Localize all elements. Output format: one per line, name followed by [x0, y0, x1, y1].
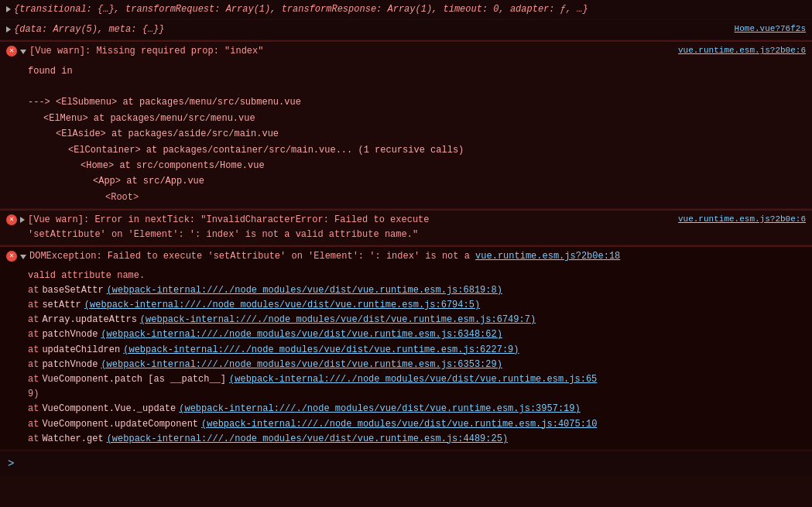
stack-line-3: at patchVnode (webpack-internal:///./nod… [28, 327, 806, 342]
stack-at-3: at [28, 327, 39, 342]
stack-at-4: at [28, 343, 39, 358]
log-entry-transitional: {transitional: {…}, transformRequest: Ar… [0, 0, 812, 20]
stack-line-7: at VueComponent.Vue._update (webpack-int… [28, 402, 806, 416]
stack-continuation: 9) [28, 387, 39, 402]
dom-source-link[interactable]: vue.runtime.esm.js?2b0e:18 [475, 251, 620, 262]
data-object-text: {data: Array(5), meta: {…}} [14, 24, 164, 35]
stack-at-5: at [28, 358, 39, 372]
stack-method-1: setAttr [42, 298, 81, 313]
stack-line-8: at VueComponent.updateComponent (webpack… [28, 417, 806, 432]
stack-line-1: at setAttr (webpack-internal:///./node_m… [28, 298, 806, 313]
stack-line-4: at updateChildren (webpack-internal:///.… [28, 343, 806, 358]
expand-icon-transitional[interactable] [6, 6, 11, 12]
source-link-warn1[interactable]: vue.runtime.esm.js?2b0e:6 [678, 44, 806, 58]
stack-at-9: at [28, 432, 39, 447]
component-home: <Home> at src/components/Home.vue [28, 158, 806, 173]
source-link-data[interactable]: Home.vue?76f2s [735, 22, 806, 36]
warn1-detail: found in ---> <ElSubmenu> at packages/me… [0, 62, 812, 209]
expand-icon-dom[interactable] [20, 255, 26, 259]
expand-icon-data[interactable] [6, 26, 11, 33]
warn2-line2: 'setAttribute' on 'Element': ': index' i… [28, 229, 418, 240]
warn-header-nexttick: ✕ [Vue warn]: Error in nextTick: "Invali… [0, 211, 812, 245]
found-in-blank [28, 79, 806, 94]
stack-at-8: at [28, 417, 39, 432]
component-root: <Root> [28, 190, 806, 205]
stack-method-9: Watcher.get [42, 432, 103, 447]
stack-method-2: Array.updateAttrs [42, 313, 136, 327]
stack-method-8: VueComponent.updateComponent [42, 417, 198, 432]
error-header-domexception: ✕ DOMException: Failed to execute 'setAt… [0, 247, 812, 266]
stack-at-0: at [28, 283, 39, 298]
stack-method-4: updateChildren [42, 343, 120, 358]
stack-file-6[interactable]: (webpack-internal:///./node_modules/vue/… [229, 372, 597, 387]
stack-at-7: at [28, 402, 39, 416]
stack-file-4[interactable]: (webpack-internal:///./node_modules/vue/… [123, 343, 519, 358]
error-icon-warn1: ✕ [6, 46, 17, 57]
found-in-label: found in [28, 63, 806, 79]
stack-line-continuation: 9) [28, 387, 806, 402]
stack-file-2[interactable]: (webpack-internal:///./node_modules/vue/… [140, 313, 536, 327]
component-menu: <ElMenu> at packages/menu/src/menu.vue [28, 111, 806, 126]
stack-method-6: VueComponent.patch [as __patch__] [42, 372, 226, 387]
component-app: <App> at src/App.vue [28, 173, 806, 189]
stack-method-3: patchVnode [42, 327, 98, 342]
warn-entry-nexttick: ✕ [Vue warn]: Error in nextTick: "Invali… [0, 209, 812, 245]
stack-trace-container: valid attribute name. at baseSetAttr (we… [0, 267, 812, 450]
component-aside: <ElAside> at packages/aside/src/main.vue [28, 126, 806, 142]
stack-method-7: VueComponent.Vue._update [42, 402, 176, 416]
expand-icon-warn2[interactable] [20, 217, 25, 223]
error-entry-domexception: ✕ DOMException: Failed to execute 'setAt… [0, 245, 812, 450]
stack-file-3[interactable]: (webpack-internal:///./node_modules/vue/… [101, 327, 502, 342]
stack-file-0[interactable]: (webpack-internal:///./node_modules/vue/… [107, 283, 502, 298]
console-container[interactable]: {transitional: {…}, transformRequest: Ar… [0, 0, 812, 507]
dom-text-part1: DOMException: Failed to execute 'setAttr… [29, 251, 475, 262]
stack-line-5: at patchVnode (webpack-internal:///./nod… [28, 358, 806, 372]
entry-text-transitional: {transitional: {…}, transformRequest: Ar… [14, 2, 806, 17]
stack-file-1[interactable]: (webpack-internal:///./node_modules/vue/… [84, 298, 480, 313]
stack-file-9[interactable]: (webpack-internal:///./node_modules/vue/… [107, 432, 508, 447]
expand-icon-warn1[interactable] [20, 50, 26, 54]
stack-file-7[interactable]: (webpack-internal:///./node_modules/vue/… [179, 402, 580, 416]
stack-line-2: at Array.updateAttrs (webpack-internal:/… [28, 313, 806, 327]
stack-line-0: at baseSetAttr (webpack-internal:///./no… [28, 283, 806, 298]
stack-line-6: at VueComponent.patch [as __patch__] (we… [28, 372, 806, 387]
error-icon-dom: ✕ [6, 251, 17, 262]
console-prompt[interactable]: > [0, 450, 812, 476]
warn2-text: [Vue warn]: Error in nextTick: "InvalidC… [28, 213, 672, 242]
source-link-warn2[interactable]: vue.runtime.esm.js?2b0e:6 [678, 213, 806, 227]
stack-at-6: at [28, 372, 39, 387]
warn1-text: [Vue warn]: Missing required prop: "inde… [29, 44, 672, 59]
dom-error-text: DOMException: Failed to execute 'setAttr… [29, 249, 806, 264]
stack-at-2: at [28, 313, 39, 327]
stack-method-5: patchVnode [42, 358, 98, 372]
log-entry-data: {data: Array(5), meta: {…}} Home.vue?76f… [0, 20, 812, 40]
component-container: <ElContainer> at packages/container/src/… [28, 142, 806, 158]
stack-file-5[interactable]: (webpack-internal:///./node_modules/vue/… [101, 358, 502, 372]
entry-text-data: {data: Array(5), meta: {…}} [14, 22, 164, 37]
stack-at-1: at [28, 298, 39, 313]
object-text: {transitional: {…}, transformRequest: Ar… [14, 4, 588, 15]
stack-method-0: baseSetAttr [42, 283, 103, 298]
component-submenu: ---> <ElSubmenu> at packages/menu/src/su… [28, 94, 806, 110]
warn-header-missing-prop: ✕ [Vue warn]: Missing required prop: "in… [0, 42, 812, 61]
error-valid-attr: valid attribute name. [28, 269, 806, 283]
stack-line-9: at Watcher.get (webpack-internal:///./no… [28, 432, 806, 447]
warn-entry-missing-prop: ✕ [Vue warn]: Missing required prop: "in… [0, 40, 812, 209]
prompt-char: > [8, 457, 14, 470]
error-icon-warn2: ✕ [6, 214, 17, 225]
warn2-line1: [Vue warn]: Error in nextTick: "InvalidC… [28, 214, 429, 225]
stack-file-8[interactable]: (webpack-internal:///./node_modules/vue/… [201, 417, 597, 432]
console-input[interactable] [17, 458, 804, 469]
